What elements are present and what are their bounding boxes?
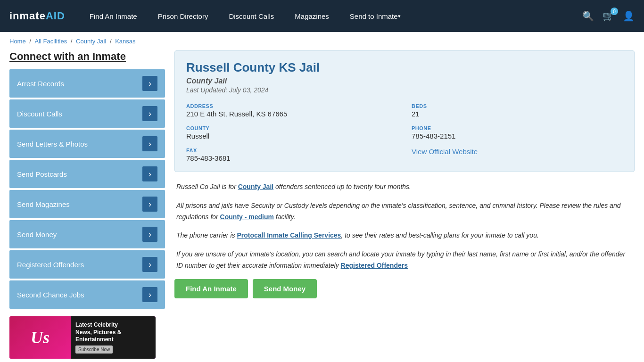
sidebar-arrow-icon: › <box>142 136 157 151</box>
beds-block: BEDS 21 <box>412 103 623 118</box>
nav-send-to-inmate[interactable]: Send to Inmate <box>339 0 411 32</box>
breadcrumb-sep1: / <box>29 38 33 45</box>
sidebar-item-label: Arrest Records <box>17 80 64 88</box>
sidebar-item-label: Discount Calls <box>17 110 62 118</box>
county-jail-link[interactable]: County Jail <box>238 183 273 190</box>
sidebar-item-label: Send Postcards <box>17 170 67 178</box>
phone-block: PHONE 785-483-2151 <box>412 125 623 140</box>
nav-magazines[interactable]: Magazines <box>284 0 339 32</box>
description-para4: If you are unsure of your inmate's locat… <box>176 249 633 272</box>
sidebar-arrow-icon: › <box>142 76 157 91</box>
sidebar-item-label: Registered Offenders <box>17 261 84 269</box>
site-header: inmateAID Find An Inmate Prison Director… <box>0 0 644 32</box>
sidebar-arrow-icon: › <box>142 166 157 181</box>
sidebar-item-label: Send Magazines <box>17 200 70 208</box>
address-value: 210 E 4th St, Russell, KS 67665 <box>186 110 397 118</box>
bottom-buttons: Find An Inmate Send Money <box>174 279 635 298</box>
logo-text: inmateAID <box>9 10 65 22</box>
breadcrumb: Home / All Facilities / County Jail / Ka… <box>0 32 644 50</box>
user-icon[interactable]: 👤 <box>623 10 635 22</box>
sidebar-arrow-icon: › <box>142 227 157 242</box>
logo[interactable]: inmateAID <box>9 10 65 22</box>
nav-find-inmate[interactable]: Find An Inmate <box>79 0 148 32</box>
county-value: Russell <box>186 132 397 140</box>
county-medium-link[interactable]: County - medium <box>220 213 274 221</box>
sidebar-arrow-icon: › <box>142 257 157 272</box>
cart-icon[interactable]: 🛒 0 <box>603 10 614 22</box>
beds-label: BEDS <box>412 103 623 109</box>
address-label: ADDRESS <box>186 103 397 109</box>
facility-title: Russell County KS Jail <box>186 60 623 75</box>
cart-badge: 0 <box>611 8 618 15</box>
description-para1: Russell Co Jail is for County Jail offen… <box>176 181 633 193</box>
sidebar-item-discount-calls[interactable]: Discount Calls › <box>9 99 165 128</box>
sidebar-item-send-money[interactable]: Send Money › <box>9 220 165 248</box>
breadcrumb-kansas[interactable]: Kansas <box>115 38 135 45</box>
description-area: Russell Co Jail is for County Jail offen… <box>174 181 635 272</box>
nav-discount-calls[interactable]: Discount Calls <box>218 0 284 32</box>
fax-block: FAX 785-483-3681 <box>186 148 397 162</box>
breadcrumb-all-facilities[interactable]: All Facilities <box>35 38 67 45</box>
sidebar-arrow-icon: › <box>142 287 157 302</box>
breadcrumb-sep3: / <box>110 38 113 45</box>
search-icon[interactable]: 🔍 <box>582 10 594 22</box>
nav-prison-directory[interactable]: Prison Directory <box>148 0 219 32</box>
ad-content: Us Latest Celebrity News, Pictures & Ent… <box>9 316 156 359</box>
sidebar-arrow-icon: › <box>142 106 157 121</box>
facility-last-updated: Last Updated: July 03, 2024 <box>186 86 623 94</box>
ad-banner[interactable]: Us Latest Celebrity News, Pictures & Ent… <box>9 316 156 359</box>
sidebar-arrow-icon: › <box>142 197 157 212</box>
sidebar-item-arrest-records[interactable]: Arrest Records › <box>9 69 165 98</box>
sidebar-title: Connect with an Inmate <box>9 50 165 63</box>
sidebar-item-second-chance-jobs[interactable]: Second Chance Jobs › <box>9 280 165 309</box>
facility-type: County Jail <box>186 77 623 85</box>
registered-offenders-link[interactable]: Registered Offenders <box>341 262 408 269</box>
ad-image: Us <box>9 316 71 359</box>
find-inmate-button[interactable]: Find An Inmate <box>174 279 248 298</box>
view-official-website-link[interactable]: View Official Website <box>412 148 623 156</box>
county-block: COUNTY Russell <box>186 125 397 140</box>
facility-card: Russell County KS Jail County Jail Last … <box>174 50 635 172</box>
description-para3: The phone carrier is Protocall Inmate Ca… <box>176 230 633 241</box>
website-block: View Official Website <box>412 148 623 162</box>
sidebar-menu: Arrest Records › Discount Calls › Send L… <box>9 69 165 309</box>
description-para2: All prisons and jails have Security or C… <box>176 200 633 223</box>
ad-text-main: Latest Celebrity News, Pictures & Entert… <box>75 321 151 344</box>
header-icons: 🔍 🛒 0 👤 <box>582 10 635 22</box>
county-label: COUNTY <box>186 125 397 131</box>
phone-value: 785-483-2151 <box>412 132 623 140</box>
address-block: ADDRESS 210 E 4th St, Russell, KS 67665 <box>186 103 397 118</box>
facility-info-grid: ADDRESS 210 E 4th St, Russell, KS 67665 … <box>186 103 623 162</box>
sidebar-item-send-postcards[interactable]: Send Postcards › <box>9 160 165 188</box>
breadcrumb-sep2: / <box>71 38 74 45</box>
sidebar-item-label: Second Chance Jobs <box>17 291 84 299</box>
sidebar-item-label: Send Letters & Photos <box>17 140 88 148</box>
main-nav: Find An Inmate Prison Directory Discount… <box>79 0 582 32</box>
breadcrumb-county-jail[interactable]: County Jail <box>76 38 106 45</box>
ad-subscribe-button[interactable]: Subscribe Now <box>75 346 113 354</box>
sidebar-item-label: Send Money <box>17 230 57 239</box>
breadcrumb-home[interactable]: Home <box>9 38 26 45</box>
beds-value: 21 <box>412 110 623 118</box>
sidebar-item-send-magazines[interactable]: Send Magazines › <box>9 190 165 218</box>
sidebar-item-send-letters[interactable]: Send Letters & Photos › <box>9 130 165 158</box>
sidebar: Connect with an Inmate Arrest Records › … <box>9 50 165 359</box>
sidebar-item-registered-offenders[interactable]: Registered Offenders › <box>9 250 165 279</box>
ad-text-area: Latest Celebrity News, Pictures & Entert… <box>71 316 156 359</box>
main-container: Connect with an Inmate Arrest Records › … <box>0 50 644 362</box>
fax-value: 785-483-3681 <box>186 154 397 162</box>
protocall-link[interactable]: Protocall Inmate Calling Services <box>237 231 341 239</box>
content-area: Russell County KS Jail County Jail Last … <box>174 50 635 359</box>
phone-label: PHONE <box>412 125 623 131</box>
fax-label: FAX <box>186 148 397 153</box>
send-money-button[interactable]: Send Money <box>253 279 317 298</box>
